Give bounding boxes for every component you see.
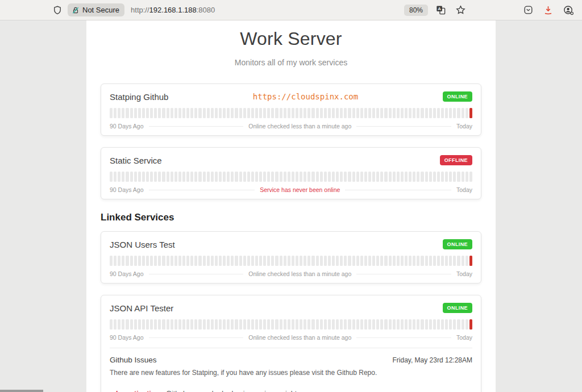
incident-update-text: - Github seems be be having an issue rig…: [160, 390, 313, 392]
incident-update-label: Investigating: [116, 390, 160, 392]
security-label: Not Secure: [82, 6, 119, 14]
status-badge: ONLINE: [443, 303, 472, 313]
today-label: Today: [456, 186, 472, 193]
main-services-list: Statping Github https://cloudspinx.com O…: [86, 84, 496, 199]
status-message: Online checked less than a minute ago: [248, 123, 351, 130]
incident-description: There are new features for Statping, if …: [110, 369, 472, 377]
status-badge: OFFLINE: [440, 155, 472, 165]
page-subtitle: Monitors all of my work services: [86, 58, 496, 67]
service-name: Static Service: [110, 156, 162, 165]
service-card: JSON Users Test ONLINE 90 Days Ago Onlin…: [101, 231, 481, 283]
days-ago-label: 90 Days Ago: [110, 123, 144, 130]
days-ago-label: 90 Days Ago: [110, 186, 144, 193]
svg-text:A: A: [438, 6, 441, 11]
security-chip[interactable]: Not Secure: [68, 3, 124, 16]
star-icon[interactable]: [455, 5, 466, 15]
corner-progress-bar: [0, 390, 43, 392]
status-badge: ONLINE: [443, 239, 472, 249]
incident-section: Github Issues Friday, May 23rd 12:28AM T…: [110, 348, 472, 392]
service-card: JSON API Tester ONLINE 90 Days Ago Onlin…: [101, 295, 481, 392]
pocket-icon[interactable]: [523, 5, 534, 15]
account-icon[interactable]: [563, 5, 574, 16]
days-ago-label: 90 Days Ago: [110, 334, 144, 341]
page-title: Work Server: [86, 28, 496, 49]
translate-icon[interactable]: A: [435, 5, 446, 15]
linked-services-list: JSON Users Test ONLINE 90 Days Ago Onlin…: [86, 231, 496, 392]
uptime-bars: [110, 319, 472, 330]
download-icon[interactable]: [543, 5, 554, 15]
shield-icon[interactable]: [52, 5, 63, 15]
incident-update: Investigating - Github seems be be havin…: [116, 382, 472, 392]
service-card: Static Service OFFLINE 90 Days Ago Servi…: [101, 147, 481, 199]
browser-toolbar: Not Secure http://192.168.1.188:8080 80%…: [0, 0, 582, 20]
uptime-bars: [110, 256, 472, 266]
lock-slash-icon: [72, 6, 80, 14]
url-display[interactable]: http://192.168.1.188:8080: [131, 6, 215, 14]
uptime-bars: [110, 108, 472, 118]
incident-timestamp: Friday, May 23rd 12:28AM: [392, 356, 472, 364]
days-ago-label: 90 Days Ago: [110, 270, 144, 277]
today-label: Today: [456, 334, 472, 341]
uptime-bars: [110, 172, 472, 182]
service-card: Statping Github https://cloudspinx.com O…: [101, 84, 481, 136]
status-message: Online checked less than a minute ago: [248, 270, 351, 277]
service-name: JSON API Tester: [110, 303, 173, 313]
status-message: Service has never been online: [260, 186, 340, 193]
today-label: Today: [456, 123, 472, 130]
linked-services-heading: Linked Services: [101, 212, 481, 223]
incident-title: Github Issues: [110, 356, 157, 364]
status-page: Work Server Monitors all of my work serv…: [86, 20, 496, 392]
zoom-level-badge[interactable]: 80%: [404, 5, 428, 16]
service-link[interactable]: https://cloudspinx.com: [168, 92, 442, 101]
service-name: Statping Github: [110, 92, 168, 102]
incident-updates: Investigating - Github seems be be havin…: [116, 382, 472, 392]
status-badge: ONLINE: [443, 91, 472, 102]
today-label: Today: [456, 270, 472, 277]
status-message: Online checked less than a minute ago: [248, 334, 351, 341]
service-name: JSON Users Test: [110, 240, 175, 249]
